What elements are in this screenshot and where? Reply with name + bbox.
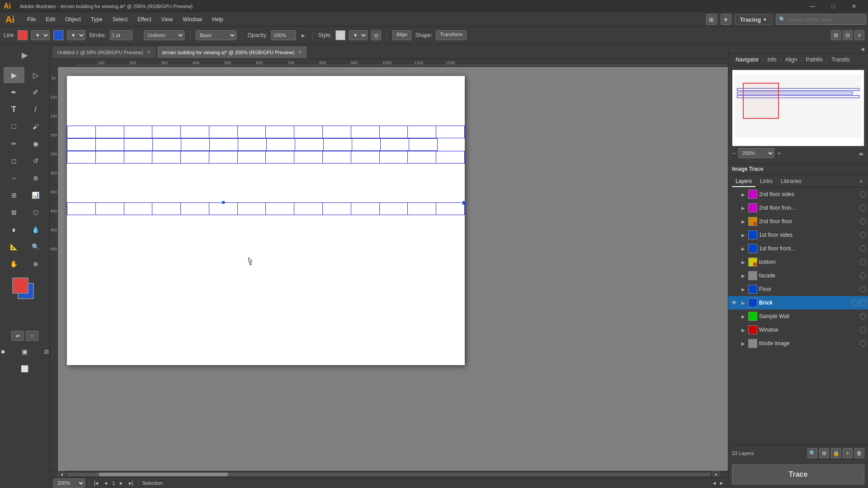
zoom2-tool[interactable]: ⊕ (25, 256, 46, 272)
tab-info[interactable]: Info (764, 56, 780, 64)
layer-visibility-1st-floor-sides[interactable] (730, 231, 738, 239)
layer-expand-brick[interactable]: ▶ (740, 300, 746, 306)
layer-expand-floor[interactable]: ▶ (740, 286, 746, 292)
layer-target-thistle-image[interactable] (860, 340, 866, 347)
tab-transform[interactable]: Transfo (828, 56, 853, 64)
page-last-button[interactable]: ▸| (127, 480, 134, 486)
zoom-tool[interactable]: 🔍 (25, 239, 46, 255)
layers-tab-libraries[interactable]: Libraries (777, 176, 805, 187)
arrange-layers-button[interactable]: ⊞ (819, 448, 829, 458)
gradient-tool[interactable]: ∎ (4, 221, 24, 238)
layer-item-bottom[interactable]: ▶ bottom (728, 255, 868, 269)
layer-item-floor[interactable]: ▶ Floor (728, 282, 868, 296)
layer-target-1st-floor-sides[interactable] (860, 232, 866, 238)
layers-panel-menu[interactable]: ≡ (858, 176, 864, 187)
arrange-icon[interactable]: ⊟ (843, 30, 853, 40)
layer-visibility-bottom[interactable] (730, 258, 738, 266)
layer-target-1st-floor-front[interactable] (860, 245, 866, 252)
layer-visibility-2nd-floor-floor[interactable] (730, 217, 738, 225)
layer-item-1st-floor-front[interactable]: ▶ 1st floor front... (728, 242, 868, 255)
appearance-icon[interactable]: ◎ (371, 30, 381, 40)
layer-item-thistle-image[interactable]: ▶ thistle image (728, 337, 868, 350)
layer-visibility-2nd-floor-sides[interactable] (730, 190, 738, 198)
layer-target-floor[interactable] (860, 286, 866, 292)
tab-terrain-close[interactable]: ✕ (298, 50, 302, 55)
page-next-button[interactable]: ▸ (118, 480, 124, 486)
layer-target-sample-wall[interactable] (860, 313, 866, 319)
stroke-color-swatch[interactable] (53, 30, 63, 40)
tab-pathfinder[interactable]: Pathfin (802, 56, 826, 64)
style-select[interactable]: ▼ (349, 30, 368, 40)
pen-tool[interactable]: ✒ (4, 84, 24, 100)
nav-zoom-select[interactable]: 200% (738, 148, 774, 158)
layer-target-window[interactable] (860, 327, 866, 333)
tab-untitled-close[interactable]: ✕ (147, 50, 151, 55)
menu-object[interactable]: Object (61, 14, 85, 24)
scale-tool[interactable]: ↔ (4, 170, 24, 186)
scroll-left-status[interactable]: ◂ (712, 480, 717, 486)
layer-item-2nd-floor-floor[interactable]: ▶ 2nd floor floor (728, 215, 868, 228)
layer-lock-brick[interactable] (860, 300, 866, 306)
menu-file[interactable]: File (23, 14, 40, 24)
horizontal-scrollbar[interactable]: ◂ ▸ (50, 471, 728, 477)
tab-navigator[interactable]: Navigator (732, 56, 762, 64)
tracing-button[interactable]: Tracing ▼ (735, 14, 772, 25)
run-button[interactable]: ▶ (14, 47, 35, 63)
chart-tool[interactable]: 📊 (25, 187, 46, 203)
layer-item-brick[interactable]: 👁 ▶ Brick (728, 296, 868, 310)
transform-button[interactable]: Transform (436, 30, 467, 40)
layer-expand-2nd-floor-floor[interactable]: ▶ (740, 218, 746, 225)
align-button[interactable]: Align (392, 30, 411, 40)
horizontal-scroll-track[interactable] (67, 473, 711, 476)
navigator-viewport[interactable] (743, 83, 779, 119)
stroke-value-input[interactable] (110, 30, 132, 40)
layer-expand-1st-floor-sides[interactable]: ▶ (740, 232, 746, 238)
layer-visibility-1st-floor-front[interactable] (730, 244, 738, 253)
close-button[interactable]: ✕ (844, 0, 864, 13)
search-layers-button[interactable]: 🔍 (807, 448, 817, 458)
fill-color-swatch[interactable] (18, 30, 28, 40)
layer-item-window[interactable]: ▶ Window (728, 323, 868, 337)
layer-visibility-brick[interactable]: 👁 (730, 299, 738, 307)
search-input[interactable] (788, 17, 863, 22)
fill-icon[interactable]: ■ (0, 343, 14, 360)
puppet-warp-tool[interactable]: ⊕ (25, 170, 46, 186)
layer-target-brick[interactable] (852, 300, 858, 306)
artboard-tool[interactable]: ⬜ (14, 361, 35, 377)
layer-expand-2nd-floor-front[interactable]: ▶ (740, 205, 746, 211)
eraser-tool[interactable]: ◻ (4, 153, 24, 169)
tab-terrain[interactable]: terrain building for viewing.ai* @ 200% … (156, 46, 307, 58)
horizontal-scroll-thumb[interactable] (99, 473, 228, 476)
layer-target-2nd-floor-sides[interactable] (860, 191, 866, 197)
style-swatch[interactable] (335, 30, 345, 40)
lock-layers-button[interactable]: 🔒 (831, 448, 841, 458)
layer-expand-sample-wall[interactable]: ▶ (740, 313, 746, 319)
type-tool[interactable]: T (4, 101, 24, 117)
minimize-button[interactable]: — (802, 0, 823, 13)
layer-expand-2nd-floor-sides[interactable]: ▶ (740, 191, 746, 197)
layers-tab-layers[interactable]: Layers (732, 176, 755, 187)
paintbrush-tool[interactable]: 🖌 (25, 118, 46, 135)
opacity-input[interactable] (271, 30, 296, 40)
layer-expand-window[interactable]: ▶ (740, 327, 746, 333)
grid-icon[interactable]: ⊞ (831, 30, 841, 40)
gradient-fill-icon[interactable]: ▣ (14, 343, 35, 360)
layer-item-2nd-floor-front[interactable]: ▶ 2nd floor fron... (728, 201, 868, 215)
libraries-icon[interactable]: ⊞ (706, 14, 717, 25)
default-colors-icon[interactable]: □ (26, 331, 38, 341)
more-icon[interactable]: ≡ (854, 30, 864, 40)
eyedropper-tool[interactable]: 💧 (25, 221, 46, 238)
menu-type[interactable]: Type (86, 14, 107, 24)
menu-window[interactable]: Window (178, 14, 207, 24)
layer-item-2nd-floor-sides[interactable]: ▶ 2nd floor sides (728, 188, 868, 201)
scroll-right-status[interactable]: ▸ (719, 480, 724, 486)
layer-target-2nd-floor-front[interactable] (860, 205, 866, 211)
page-first-button[interactable]: |◂ (93, 480, 99, 486)
blob-brush-tool[interactable]: ◉ (25, 136, 46, 152)
measure-tool[interactable]: 📐 (4, 239, 24, 255)
maximize-button[interactable]: □ (823, 0, 844, 13)
add-layer-button[interactable]: + (843, 448, 853, 458)
layer-item-sample-wall[interactable]: ▶ Sample Wall (728, 310, 868, 323)
swap-colors-icon[interactable]: ⇄ (11, 331, 24, 341)
layer-expand-1st-floor-front[interactable]: ▶ (740, 245, 746, 252)
